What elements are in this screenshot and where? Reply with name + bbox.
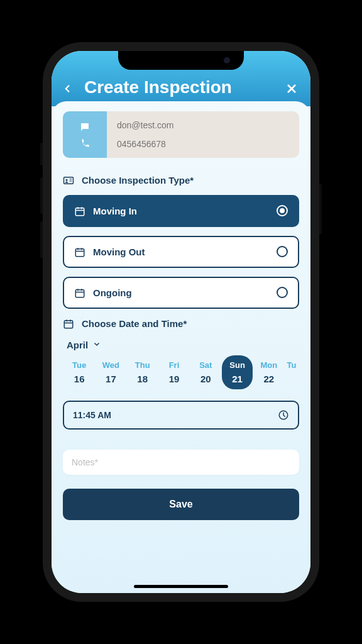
radio-indicator xyxy=(277,246,288,257)
notes-placeholder: Notes* xyxy=(72,457,98,467)
day-name: Fri xyxy=(169,360,180,370)
save-button[interactable]: Save xyxy=(63,489,299,520)
section-label: Choose Date and Time* xyxy=(82,318,187,329)
clock-icon xyxy=(278,409,289,421)
close-button[interactable] xyxy=(283,77,300,97)
inspection-type-option[interactable]: Ongoing xyxy=(63,277,299,309)
chevron-down-icon xyxy=(93,340,101,350)
back-button[interactable] xyxy=(62,79,77,96)
calendar-icon xyxy=(63,318,75,330)
phone-icon[interactable] xyxy=(79,136,90,150)
contact-phone: 0456456678 xyxy=(117,139,289,149)
contact-icon-column xyxy=(63,111,107,158)
content-area: don@test.com 0456456678 Choose Inspectio… xyxy=(52,101,310,593)
day-option[interactable]: Thu18 xyxy=(128,355,158,389)
contact-email: don@test.com xyxy=(117,120,289,130)
time-value: 11:45 AM xyxy=(73,410,111,420)
side-button xyxy=(40,143,43,165)
day-date: 21 xyxy=(232,374,243,384)
day-name: Thu xyxy=(135,360,150,370)
date-time-heading: Choose Date and Time* xyxy=(63,318,299,330)
svg-rect-8 xyxy=(75,249,84,257)
side-button xyxy=(40,221,43,258)
side-button xyxy=(319,184,322,234)
day-option[interactable]: Tue16 xyxy=(64,355,94,389)
chevron-left-icon xyxy=(62,83,73,94)
svg-rect-0 xyxy=(64,177,74,184)
day-date: 22 xyxy=(263,374,274,384)
option-label: Ongoing xyxy=(93,287,269,298)
inspection-type-option[interactable]: Moving Out xyxy=(63,236,299,268)
notch xyxy=(118,51,244,70)
radio-indicator xyxy=(277,287,288,298)
day-option[interactable]: Fri19 xyxy=(159,355,189,389)
phone-frame: Create Inspection don@test.com 045645667… xyxy=(43,42,319,602)
section-label: Choose Inspection Type* xyxy=(82,175,194,186)
day-option[interactable]: Mon22 xyxy=(254,355,284,389)
svg-rect-4 xyxy=(75,208,84,216)
svg-point-1 xyxy=(66,179,68,181)
day-name: Tu xyxy=(287,360,297,370)
day-name: Wed xyxy=(102,360,119,370)
screen: Create Inspection don@test.com 045645667… xyxy=(52,51,310,593)
time-input[interactable]: 11:45 AM xyxy=(63,401,299,430)
month-label: April xyxy=(67,340,88,350)
day-date: 20 xyxy=(200,374,211,384)
side-button xyxy=(40,177,43,214)
close-icon xyxy=(286,83,297,94)
day-option[interactable]: Sun21 xyxy=(222,355,252,389)
page-title: Create Inspection xyxy=(84,77,275,97)
home-indicator[interactable] xyxy=(134,585,228,588)
day-date: 19 xyxy=(169,374,180,384)
month-selector[interactable]: April xyxy=(63,338,299,355)
id-card-icon xyxy=(63,174,75,186)
day-option[interactable]: Tu xyxy=(285,355,298,389)
chat-icon[interactable] xyxy=(79,119,90,133)
calendar-icon xyxy=(74,287,85,299)
calendar-icon xyxy=(74,246,85,258)
day-selector[interactable]: Tue16Wed17Thu18Fri19Sat20Sun21Mon22Tu xyxy=(63,355,299,389)
day-name: Mon xyxy=(260,360,277,370)
day-name: Sun xyxy=(229,360,245,370)
notes-input[interactable]: Notes* xyxy=(63,450,299,475)
radio-indicator xyxy=(277,205,288,216)
day-date: 18 xyxy=(137,374,148,384)
svg-rect-12 xyxy=(75,290,84,297)
day-date: 17 xyxy=(106,374,116,384)
calendar-icon xyxy=(74,205,85,217)
inspection-type-heading: Choose Inspection Type* xyxy=(63,174,299,186)
inspection-type-options: Moving InMoving OutOngoing xyxy=(63,195,299,309)
save-label: Save xyxy=(169,499,192,509)
day-name: Sat xyxy=(199,360,212,370)
option-label: Moving In xyxy=(93,206,269,216)
option-label: Moving Out xyxy=(93,247,269,257)
day-option[interactable]: Wed17 xyxy=(96,355,126,389)
inspection-type-option[interactable]: Moving In xyxy=(63,195,299,227)
svg-rect-16 xyxy=(64,320,73,328)
contact-details: don@test.com 0456456678 xyxy=(107,111,299,158)
day-name: Tue xyxy=(72,360,86,370)
day-date: 16 xyxy=(74,374,85,384)
contact-card: don@test.com 0456456678 xyxy=(63,111,299,158)
day-option[interactable]: Sat20 xyxy=(190,355,221,389)
